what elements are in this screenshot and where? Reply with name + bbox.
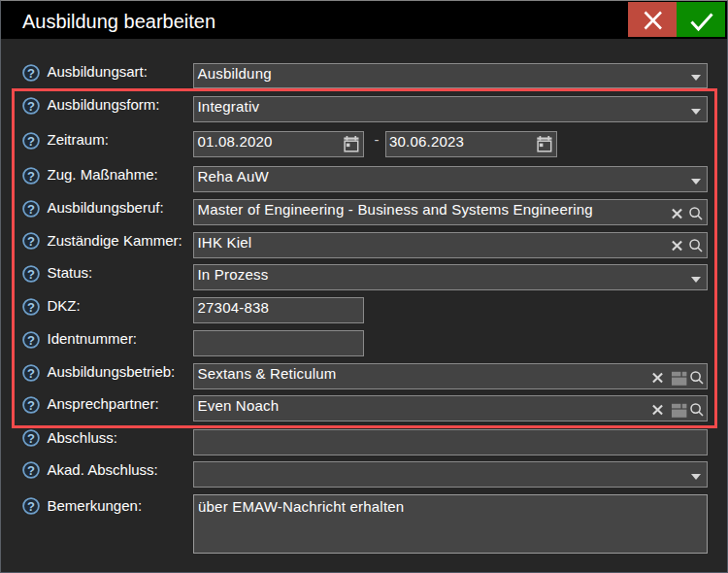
svg-text:?: ? — [27, 65, 35, 80]
svg-text:?: ? — [27, 168, 35, 183]
svg-text:?: ? — [27, 98, 35, 113]
svg-text:?: ? — [27, 498, 35, 513]
svg-text:?: ? — [27, 332, 35, 347]
svg-text:?: ? — [27, 266, 35, 281]
svg-text:?: ? — [27, 463, 35, 478]
svg-text:?: ? — [27, 299, 35, 314]
svg-text:?: ? — [27, 234, 35, 249]
svg-text:?: ? — [27, 431, 35, 446]
svg-text:?: ? — [27, 397, 35, 412]
svg-text:?: ? — [27, 365, 35, 380]
svg-text:?: ? — [27, 133, 35, 148]
svg-text:?: ? — [27, 201, 35, 216]
